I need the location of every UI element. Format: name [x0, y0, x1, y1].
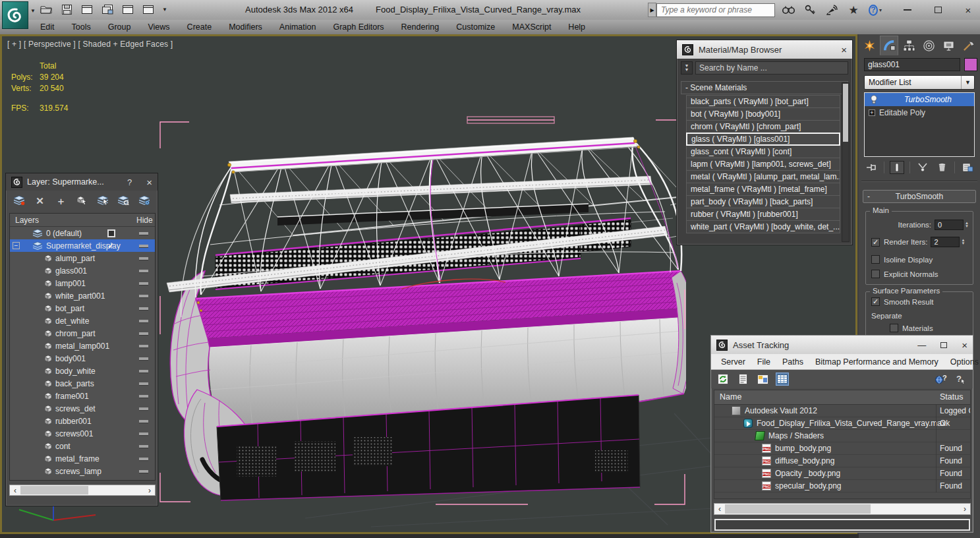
- modifier-list-dropdown[interactable]: Modifier List ▼: [864, 75, 975, 90]
- menu-item[interactable]: Animation: [271, 22, 325, 32]
- make-unique-button[interactable]: [915, 161, 930, 174]
- explicit-normals-checkbox[interactable]: [871, 270, 880, 278]
- keyword-search-input[interactable]: [656, 3, 775, 17]
- scrollbar-thumb[interactable]: [843, 84, 848, 142]
- maximize-button[interactable]: [940, 340, 947, 350]
- material-search-input[interactable]: [695, 61, 848, 75]
- hide-toggle[interactable]: [139, 295, 148, 297]
- favorites-button[interactable]: ★: [847, 3, 860, 16]
- delete-layer-button[interactable]: ✕: [32, 194, 48, 207]
- open-file-button[interactable]: [40, 3, 53, 16]
- asset-row[interactable]: bump_body.png Found: [714, 442, 970, 455]
- render-iters-spinner[interactable]: ▲▼: [961, 239, 965, 245]
- asset-row[interactable]: Autodesk Vault 2012 Logged Ou: [714, 405, 970, 417]
- project-folder-button[interactable]: [121, 3, 134, 16]
- table-view-button[interactable]: [776, 373, 789, 386]
- help-button[interactable]: ?: [127, 177, 132, 187]
- close-button[interactable]: ×: [963, 5, 973, 15]
- hide-toggle[interactable]: [139, 357, 148, 360]
- close-button[interactable]: ×: [146, 177, 152, 188]
- menu-item[interactable]: Server: [715, 357, 751, 367]
- add-selected-button[interactable]: ＋: [53, 194, 69, 207]
- layer-settings-button[interactable]: [136, 194, 152, 207]
- menu-item[interactable]: Options: [944, 357, 980, 367]
- menu-item[interactable]: Rendering: [393, 22, 448, 32]
- iterations-field[interactable]: 0: [935, 220, 964, 230]
- hide-toggle[interactable]: [139, 370, 148, 373]
- material-row[interactable]: black_parts ( VRayMtl ) [bot_part]: [686, 95, 840, 108]
- highlight-selected-objects-layers-button[interactable]: [95, 194, 111, 207]
- layer-row[interactable]: screws001: [10, 427, 155, 440]
- menu-item[interactable]: Paths: [776, 357, 809, 367]
- asset-tracking-titlebar[interactable]: Asset Tracking — ×: [711, 336, 973, 354]
- menu-item[interactable]: Edit: [32, 22, 63, 32]
- material-row[interactable]: metal ( VRayMtl ) [alump_part, metal_lam…: [686, 170, 840, 183]
- layer-row[interactable]: det_white: [10, 314, 155, 327]
- material-row[interactable]: rubber ( VRayMtl ) [rubber001]: [686, 208, 840, 221]
- material-row[interactable]: chrom ( VRayMtl ) [chrom_part]: [686, 120, 840, 133]
- layer-row[interactable]: rubber001: [10, 415, 155, 427]
- layer-row[interactable]: back_parts: [10, 377, 155, 390]
- application-menu-caret-icon[interactable]: ▼: [30, 8, 36, 14]
- layer-row[interactable]: Supermarket_display: [10, 239, 155, 252]
- material-row[interactable]: glass ( VRayMtl ) [glass001]: [686, 133, 840, 146]
- name-column-header[interactable]: Name: [720, 392, 741, 402]
- layer-row[interactable]: body_white: [10, 365, 155, 377]
- layer-row[interactable]: alump_part: [10, 252, 155, 264]
- scene-materials-header[interactable]: - Scene Materials: [681, 81, 848, 94]
- material-row[interactable]: part_body ( VRayMtl ) [back_parts]: [686, 195, 840, 208]
- asset-row[interactable]: Food_Display_Frilixa_Vista_Curved_Range_…: [714, 417, 970, 430]
- tab-hierarchy[interactable]: [900, 36, 918, 55]
- asset-row[interactable]: Maps / Shaders: [714, 430, 970, 442]
- menu-item[interactable]: Graph Editors: [324, 22, 392, 32]
- current-layer-mark[interactable]: [107, 229, 115, 237]
- hide-toggle[interactable]: [139, 420, 148, 423]
- hide-toggle[interactable]: [139, 445, 148, 448]
- scroll-left-icon[interactable]: ‹: [714, 504, 725, 514]
- infocenter-flyout-button[interactable]: ▶: [648, 3, 656, 17]
- hide-toggle[interactable]: [139, 320, 148, 322]
- layer-row[interactable]: metal_frame: [10, 452, 155, 465]
- redo-button[interactable]: [101, 3, 114, 16]
- refresh-button[interactable]: [716, 373, 730, 386]
- menu-item[interactable]: Views: [139, 22, 178, 32]
- sign-in-button[interactable]: [803, 3, 817, 16]
- smooth-result-checkbox[interactable]: [871, 297, 880, 306]
- asset-table-header[interactable]: Name Status: [714, 390, 970, 405]
- menu-item[interactable]: Modifiers: [220, 22, 271, 32]
- application-menu-button[interactable]: [2, 1, 28, 29]
- hide-toggle[interactable]: [139, 332, 148, 335]
- material-row[interactable]: metal_frame ( VRayMtl ) [metal_frame]: [686, 183, 840, 196]
- pin-stack-button[interactable]: [864, 161, 879, 174]
- layer-row[interactable]: white_part001: [10, 289, 155, 302]
- status-log-button[interactable]: [736, 373, 749, 386]
- tab-create[interactable]: [860, 36, 879, 55]
- layer-row[interactable]: screws_lamp: [10, 465, 155, 477]
- rollout-turbosmooth[interactable]: - TurboSmooth: [863, 190, 976, 203]
- scrollbar-thumb[interactable]: [20, 486, 88, 494]
- workspace-button[interactable]: [142, 3, 155, 16]
- viewport-label[interactable]: [ + ] [ Perspective ] [ Shaded + Edged F…: [7, 40, 173, 49]
- hide-toggle[interactable]: [139, 270, 148, 272]
- material-row[interactable]: lapm ( VRayMtl ) [lamp001, screws_det]: [686, 158, 840, 171]
- thumbnail-view-button[interactable]: [756, 373, 769, 386]
- hide-toggle[interactable]: [139, 257, 148, 260]
- iterations-spinner[interactable]: ▲▼: [965, 222, 969, 228]
- material-row[interactable]: white_part ( VRayMtl ) [body_white, det_…: [686, 220, 840, 233]
- layer-row[interactable]: body001: [10, 352, 155, 365]
- layer-row[interactable]: bot_part: [10, 302, 155, 314]
- create-new-layer-button[interactable]: [11, 194, 27, 207]
- status-column-header[interactable]: Status: [940, 392, 963, 402]
- communication-center-button[interactable]: [825, 3, 838, 16]
- help-button[interactable]: ? ▾: [869, 3, 882, 16]
- asset-row[interactable]: specular_body.png Found: [714, 480, 970, 493]
- layer-row[interactable]: metal_lamp001: [10, 340, 155, 352]
- show-end-result-button[interactable]: [890, 161, 904, 174]
- hide-toggle[interactable]: [139, 433, 148, 435]
- stack-item-turbosmooth[interactable]: TurboSmooth: [865, 93, 974, 106]
- layer-row[interactable]: glass001: [10, 264, 155, 277]
- collapse-expander-icon[interactable]: [13, 242, 20, 249]
- object-name-field[interactable]: [864, 58, 960, 71]
- menu-item[interactable]: Help: [560, 22, 594, 32]
- asset-row[interactable]: Opacity _body.png Found: [714, 467, 970, 480]
